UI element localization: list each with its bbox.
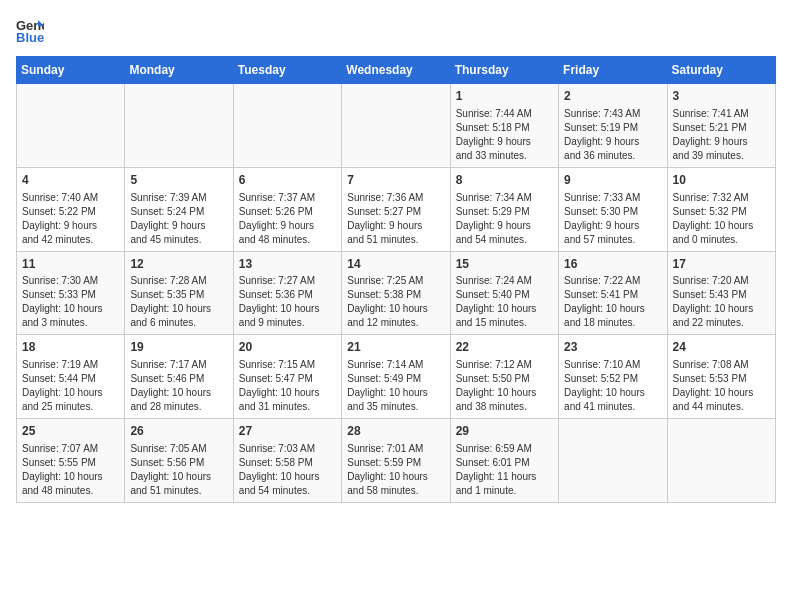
day-info-text: and 31 minutes. <box>239 400 336 414</box>
day-info-text: and 51 minutes. <box>130 484 227 498</box>
day-info-text: Daylight: 10 hours <box>347 386 444 400</box>
day-info-text: Sunrise: 7:03 AM <box>239 442 336 456</box>
day-info-text: and 15 minutes. <box>456 316 553 330</box>
day-cell: 17Sunrise: 7:20 AMSunset: 5:43 PMDayligh… <box>667 251 775 335</box>
day-info-text: Sunrise: 7:34 AM <box>456 191 553 205</box>
day-info-text: Sunrise: 7:40 AM <box>22 191 119 205</box>
day-cell: 25Sunrise: 7:07 AMSunset: 5:55 PMDayligh… <box>17 419 125 503</box>
day-info-text: Sunset: 5:47 PM <box>239 372 336 386</box>
day-info-text: Sunrise: 7:12 AM <box>456 358 553 372</box>
svg-text:Blue: Blue <box>16 30 44 44</box>
day-info-text: Daylight: 9 hours <box>130 219 227 233</box>
day-cell: 23Sunrise: 7:10 AMSunset: 5:52 PMDayligh… <box>559 335 667 419</box>
day-cell: 16Sunrise: 7:22 AMSunset: 5:41 PMDayligh… <box>559 251 667 335</box>
week-row-5: 25Sunrise: 7:07 AMSunset: 5:55 PMDayligh… <box>17 419 776 503</box>
day-info-text: Daylight: 9 hours <box>239 219 336 233</box>
day-info-text: Sunrise: 7:28 AM <box>130 274 227 288</box>
day-info-text: Daylight: 10 hours <box>564 386 661 400</box>
day-number: 5 <box>130 172 227 189</box>
day-info-text: and 18 minutes. <box>564 316 661 330</box>
day-info-text: Daylight: 9 hours <box>564 219 661 233</box>
day-header-monday: Monday <box>125 57 233 84</box>
day-info-text: Daylight: 10 hours <box>22 386 119 400</box>
day-number: 4 <box>22 172 119 189</box>
day-info-text: and 22 minutes. <box>673 316 770 330</box>
logo: General Blue <box>16 16 48 44</box>
day-info-text: and 54 minutes. <box>239 484 336 498</box>
day-info-text: and 54 minutes. <box>456 233 553 247</box>
day-info-text: and 45 minutes. <box>130 233 227 247</box>
day-number: 13 <box>239 256 336 273</box>
day-info-text: Sunset: 5:58 PM <box>239 456 336 470</box>
day-cell <box>233 84 341 168</box>
day-number: 20 <box>239 339 336 356</box>
day-info-text: Sunset: 5:43 PM <box>673 288 770 302</box>
day-cell <box>17 84 125 168</box>
day-info-text: Daylight: 9 hours <box>456 219 553 233</box>
day-info-text: Sunrise: 7:43 AM <box>564 107 661 121</box>
day-info-text: Daylight: 9 hours <box>564 135 661 149</box>
week-row-1: 1Sunrise: 7:44 AMSunset: 5:18 PMDaylight… <box>17 84 776 168</box>
day-info-text: Sunset: 5:50 PM <box>456 372 553 386</box>
day-info-text: Sunset: 5:38 PM <box>347 288 444 302</box>
day-number: 19 <box>130 339 227 356</box>
calendar-body: 1Sunrise: 7:44 AMSunset: 5:18 PMDaylight… <box>17 84 776 503</box>
day-cell: 10Sunrise: 7:32 AMSunset: 5:32 PMDayligh… <box>667 167 775 251</box>
day-info-text: and 35 minutes. <box>347 400 444 414</box>
day-info-text: Sunset: 5:29 PM <box>456 205 553 219</box>
day-number: 28 <box>347 423 444 440</box>
day-info-text: Daylight: 10 hours <box>22 470 119 484</box>
day-info-text: Daylight: 10 hours <box>130 302 227 316</box>
day-cell <box>342 84 450 168</box>
day-info-text: Daylight: 10 hours <box>130 386 227 400</box>
day-cell: 29Sunrise: 6:59 AMSunset: 6:01 PMDayligh… <box>450 419 558 503</box>
day-info-text: Sunset: 5:59 PM <box>347 456 444 470</box>
day-number: 27 <box>239 423 336 440</box>
day-header-friday: Friday <box>559 57 667 84</box>
day-info-text: and 39 minutes. <box>673 149 770 163</box>
day-info-text: and 44 minutes. <box>673 400 770 414</box>
day-number: 6 <box>239 172 336 189</box>
day-info-text: Sunrise: 7:19 AM <box>22 358 119 372</box>
day-info-text: Daylight: 10 hours <box>673 219 770 233</box>
day-info-text: Daylight: 10 hours <box>564 302 661 316</box>
day-number: 10 <box>673 172 770 189</box>
day-cell: 3Sunrise: 7:41 AMSunset: 5:21 PMDaylight… <box>667 84 775 168</box>
day-number: 22 <box>456 339 553 356</box>
day-info-text: Daylight: 11 hours <box>456 470 553 484</box>
day-info-text: Sunset: 5:44 PM <box>22 372 119 386</box>
day-header-sunday: Sunday <box>17 57 125 84</box>
day-info-text: Sunset: 5:36 PM <box>239 288 336 302</box>
day-info-text: and 12 minutes. <box>347 316 444 330</box>
day-info-text: and 0 minutes. <box>673 233 770 247</box>
day-number: 26 <box>130 423 227 440</box>
day-cell: 20Sunrise: 7:15 AMSunset: 5:47 PMDayligh… <box>233 335 341 419</box>
day-info-text: Sunset: 5:40 PM <box>456 288 553 302</box>
day-number: 16 <box>564 256 661 273</box>
day-cell: 4Sunrise: 7:40 AMSunset: 5:22 PMDaylight… <box>17 167 125 251</box>
day-info-text: Sunrise: 7:05 AM <box>130 442 227 456</box>
day-number: 9 <box>564 172 661 189</box>
day-cell <box>125 84 233 168</box>
day-info-text: Sunrise: 7:07 AM <box>22 442 119 456</box>
day-cell: 15Sunrise: 7:24 AMSunset: 5:40 PMDayligh… <box>450 251 558 335</box>
day-info-text: Daylight: 9 hours <box>347 219 444 233</box>
week-row-3: 11Sunrise: 7:30 AMSunset: 5:33 PMDayligh… <box>17 251 776 335</box>
day-number: 25 <box>22 423 119 440</box>
day-info-text: Sunrise: 7:30 AM <box>22 274 119 288</box>
day-number: 1 <box>456 88 553 105</box>
day-info-text: Sunrise: 7:17 AM <box>130 358 227 372</box>
day-info-text: Daylight: 10 hours <box>22 302 119 316</box>
calendar-header: SundayMondayTuesdayWednesdayThursdayFrid… <box>17 57 776 84</box>
day-info-text: Sunset: 5:52 PM <box>564 372 661 386</box>
day-info-text: Sunset: 5:22 PM <box>22 205 119 219</box>
day-info-text: Sunrise: 7:10 AM <box>564 358 661 372</box>
day-number: 18 <box>22 339 119 356</box>
day-cell: 19Sunrise: 7:17 AMSunset: 5:46 PMDayligh… <box>125 335 233 419</box>
day-info-text: Sunrise: 7:37 AM <box>239 191 336 205</box>
day-number: 8 <box>456 172 553 189</box>
day-cell: 1Sunrise: 7:44 AMSunset: 5:18 PMDaylight… <box>450 84 558 168</box>
day-number: 3 <box>673 88 770 105</box>
day-info-text: Daylight: 10 hours <box>673 386 770 400</box>
day-cell: 18Sunrise: 7:19 AMSunset: 5:44 PMDayligh… <box>17 335 125 419</box>
